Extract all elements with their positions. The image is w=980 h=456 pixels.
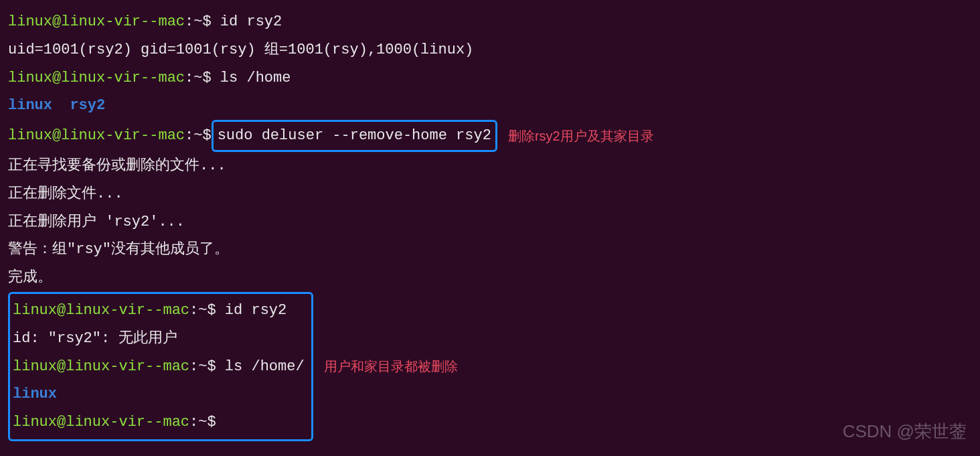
prompt-dollar: $ (207, 414, 216, 431)
prompt-user-host: linux@linux-vir--mac (13, 302, 189, 319)
command-text: id rsy2 (225, 302, 287, 319)
prompt-line-6: linux@linux-vir--mac:~$ (13, 408, 305, 437)
output-line: uid=1001(rsy2) gid=1001(rsy) 组=1001(rsy)… (8, 36, 972, 64)
output-line-dirs: linux (13, 380, 305, 408)
prompt-path: :~ (185, 122, 202, 150)
prompt-user-host: linux@linux-vir--mac (8, 13, 185, 30)
prompt-dollar: $ (202, 13, 211, 30)
watermark-text: CSDN @荣世蓥 (843, 415, 967, 448)
prompt-path: :~ (185, 70, 202, 86)
prompt-line-3: linux@linux-vir--mac:~$ sudo deluser --r… (8, 120, 972, 152)
output-line: 完成。 (8, 264, 972, 292)
prompt-line-4: linux@linux-vir--mac:~$ id rsy2 (13, 297, 305, 325)
prompt-user-host: linux@linux-vir--mac (8, 122, 185, 150)
prompt-user-host: linux@linux-vir--mac (8, 70, 185, 86)
output-line: 警告：组"rsy"没有其他成员了。 (8, 236, 972, 264)
prompt-line-2: linux@linux-vir--mac:~$ ls /home (8, 64, 972, 92)
prompt-path: :~ (189, 302, 207, 319)
dir-entry: linux (8, 97, 52, 114)
output-line: 正在寻找要备份或删除的文件... (8, 152, 972, 180)
prompt-dollar: $ (202, 122, 211, 150)
dir-entry: linux (13, 386, 57, 402)
prompt-line-5: linux@linux-vir--mac:~$ ls /home/ (13, 353, 305, 381)
output-line-dirs: linux rsy2 (8, 92, 972, 120)
highlighted-command-box: sudo deluser --remove-home rsy2 (212, 120, 497, 152)
prompt-dollar: $ (207, 358, 216, 375)
prompt-path: :~ (185, 13, 202, 30)
verification-block-row: linux@linux-vir--mac:~$ id rsy2 id: "rsy… (8, 292, 972, 441)
command-text: sudo deluser --remove-home rsy2 (218, 127, 491, 144)
prompt-dollar: $ (207, 302, 216, 319)
command-text: id rsy2 (220, 13, 282, 30)
prompt-user-host: linux@linux-vir--mac (13, 358, 189, 375)
terminal-output: linux@linux-vir--mac:~$ id rsy2 uid=1001… (8, 8, 972, 441)
command-text: ls /home/ (225, 358, 305, 375)
prompt-user-host: linux@linux-vir--mac (13, 414, 189, 431)
output-line: id: "rsy2": 无此用户 (13, 325, 305, 353)
output-line: 正在删除用户 'rsy2'... (8, 208, 972, 236)
verification-box: linux@linux-vir--mac:~$ id rsy2 id: "rsy… (8, 292, 313, 441)
annotation-text: 删除rsy2用户及其家目录 (508, 123, 654, 149)
dir-entry: rsy2 (70, 97, 105, 114)
prompt-path: :~ (189, 358, 207, 375)
prompt-line-1: linux@linux-vir--mac:~$ id rsy2 (8, 8, 972, 36)
command-text: ls /home (220, 70, 291, 86)
prompt-path: :~ (189, 414, 207, 431)
output-line: 正在删除文件... (8, 180, 972, 208)
prompt-dollar: $ (202, 70, 211, 86)
annotation-text: 用户和家目录都被删除 (324, 354, 458, 379)
